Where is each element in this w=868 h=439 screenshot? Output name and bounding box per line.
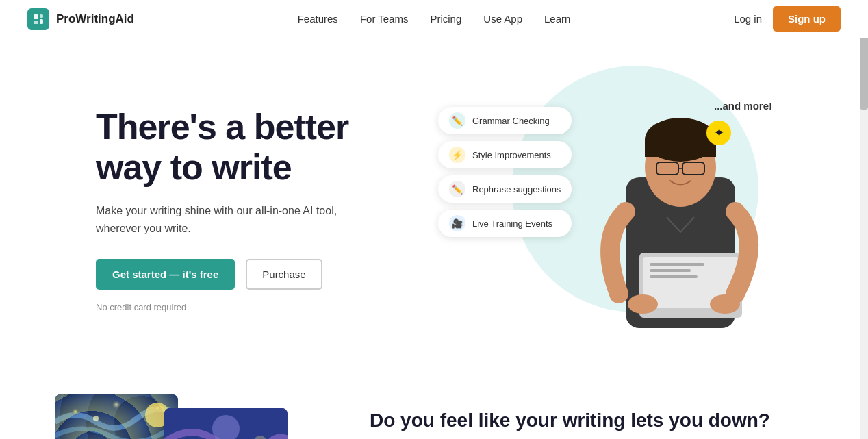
more-tag: ...and more! [714,100,772,112]
hero-visual: ...and more! ✦ ✏️ Grammar Checking ⚡ Sty… [424,79,813,340]
svg-point-22 [93,416,99,421]
pill-rephrase-label: Rephrase suggestions [472,184,561,195]
svg-point-19 [71,407,79,416]
pill-grammar-label: Grammar Checking [472,116,550,126]
login-button[interactable]: Log in [734,13,762,25]
nav-pricing[interactable]: Pricing [430,13,461,25]
navbar: ProWritingAid Features For Teams Pricing… [0,0,868,38]
style-icon: ⚡ [449,147,465,163]
pill-rephrase: ✏️ Rephrase suggestions [438,175,572,203]
nav-learn[interactable]: Learn [544,13,570,25]
pill-training: 🎥 Live Training Events [438,210,572,237]
hero-buttons: Get started — it's free Purchase [96,259,424,290]
pill-style: ⚡ Style Improvements [438,141,572,168]
hero-title: There's a better way to write [96,107,424,189]
svg-rect-3 [40,19,43,24]
pill-training-label: Live Training Events [472,218,552,229]
svg-rect-7 [645,140,716,157]
feature-pills: ✏️ Grammar Checking ⚡ Style Improvements… [438,107,572,237]
hero-note: No credit card required [96,302,424,312]
svg-point-20 [111,399,122,410]
logo-icon [27,8,49,30]
logo-link[interactable]: ProWritingAid [27,8,134,30]
get-started-button[interactable]: Get started — it's free [96,259,235,290]
svg-point-16 [628,294,658,314]
logo-text: ProWritingAid [56,12,134,26]
section-2-title: Do you feel like your writing lets you d… [370,408,813,433]
grammar-icon: ✏️ [449,112,465,129]
pill-grammar: ✏️ Grammar Checking [438,107,572,134]
section-2-visual: My idea in my head [55,394,315,439]
painting-card [55,394,178,439]
svg-point-17 [710,294,740,314]
section-2: My idea in my head Do you feel like your… [0,367,868,439]
scrollbar-track[interactable] [860,0,868,439]
svg-rect-1 [34,21,38,24]
purchase-button[interactable]: Purchase [246,259,322,290]
nav-use-app[interactable]: Use App [483,13,522,25]
training-icon: 🎥 [449,215,465,231]
section-2-text: Do you feel like your writing lets you d… [370,394,813,439]
nav-for-teams[interactable]: For Teams [360,13,409,25]
hero-person-illustration [585,102,776,338]
canvas-card [164,408,288,439]
nav-features[interactable]: Features [298,13,338,25]
nav-actions: Log in Sign up [734,6,841,32]
svg-rect-14 [650,269,691,272]
nav-links: Features For Teams Pricing Use App Learn [298,13,571,25]
hero-subtitle: Make your writing shine with our all-in-… [96,202,356,237]
svg-rect-2 [40,14,43,18]
hero-content: There's a better way to write Make your … [96,107,424,313]
hero-section: There's a better way to write Make your … [0,38,868,367]
svg-rect-18 [55,394,178,439]
svg-rect-13 [650,263,704,266]
pill-style-label: Style Improvements [472,150,551,160]
svg-rect-15 [650,275,698,278]
signup-button[interactable]: Sign up [773,6,841,32]
sparkle-icon: ✦ [706,121,731,145]
svg-point-21 [154,405,161,412]
svg-rect-0 [34,14,38,19]
rephrase-icon: ✏️ [449,181,465,197]
